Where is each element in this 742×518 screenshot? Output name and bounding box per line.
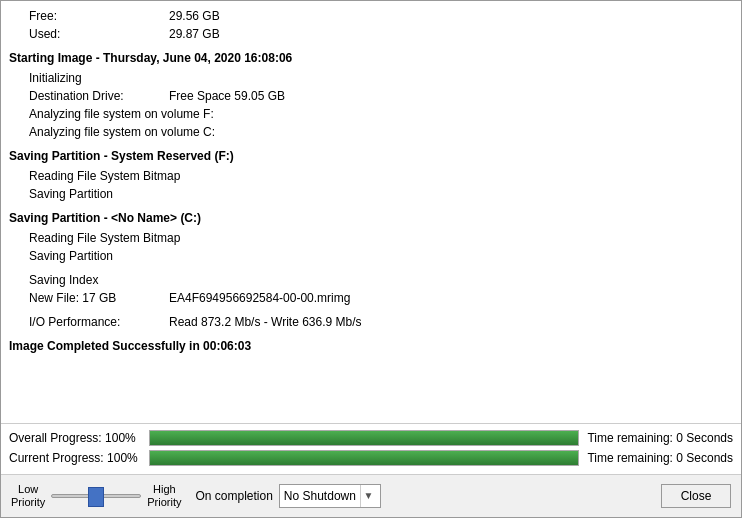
log-entry-destination: Destination Drive: Free Space 59.05 GB [9, 87, 733, 105]
log-free-label: Free: [29, 7, 169, 25]
log-entry-io: I/O Performance: Read 873.2 Mb/s - Write… [9, 313, 733, 331]
dropdown-arrow-icon: ▼ [360, 485, 376, 507]
log-io-value: Read 873.2 Mb/s - Write 636.9 Mb/s [169, 313, 362, 331]
shutdown-dropdown[interactable]: No Shutdown ▼ [279, 484, 381, 508]
toolbar: Low Priority High Priority On completion… [1, 474, 741, 517]
close-button[interactable]: Close [661, 484, 731, 508]
log-section-starting: Starting Image - Thursday, June 04, 2020… [9, 49, 733, 67]
current-progress-row: Current Progress: 100% Time remaining: 0… [9, 450, 733, 466]
log-newfile-value: EA4F694956692584-00-00.mrimg [169, 289, 350, 307]
shutdown-dropdown-value: No Shutdown [284, 489, 356, 503]
main-window: Free: 29.56 GB Used: 29.87 GB Starting I… [0, 0, 742, 518]
log-entry-used: Used: 29.87 GB [9, 25, 733, 43]
priority-slider-thumb[interactable] [88, 487, 104, 507]
current-progress-time: Time remaining: 0 Seconds [587, 451, 733, 465]
priority-slider-container [51, 494, 141, 498]
log-section-partition-c: Saving Partition - <No Name> (C:) [9, 209, 733, 227]
log-bitmap-c: Reading File System Bitmap [9, 229, 733, 247]
log-completion: Image Completed Successfully in 00:06:03 [9, 337, 733, 355]
log-used-value: 29.87 GB [169, 25, 220, 43]
log-saving-c: Saving Partition [9, 247, 733, 265]
log-used-label: Used: [29, 25, 169, 43]
log-entry-free: Free: 29.56 GB [9, 7, 733, 25]
log-newfile-label: New File: 17 GB [29, 289, 169, 307]
overall-progress-bar [149, 430, 579, 446]
progress-section: Overall Progress: 100% Time remaining: 0… [1, 424, 741, 474]
overall-progress-row: Overall Progress: 100% Time remaining: 0… [9, 430, 733, 446]
on-completion-label: On completion [195, 489, 272, 503]
high-priority-label: High Priority [147, 483, 181, 509]
log-analyzing-c: Analyzing file system on volume C: [9, 123, 733, 141]
log-initializing: Initializing [9, 69, 733, 87]
overall-progress-fill [150, 431, 578, 445]
overall-progress-time: Time remaining: 0 Seconds [587, 431, 733, 445]
log-entry-newfile: New File: 17 GB EA4F694956692584-00-00.m… [9, 289, 733, 307]
log-destination-value: Free Space 59.05 GB [169, 87, 285, 105]
log-bitmap-f: Reading File System Bitmap [9, 167, 733, 185]
low-priority-label: Low Priority [11, 483, 45, 509]
log-analyzing-f: Analyzing file system on volume F: [9, 105, 733, 123]
log-area[interactable]: Free: 29.56 GB Used: 29.87 GB Starting I… [1, 1, 741, 424]
current-progress-fill [150, 451, 578, 465]
log-saving-f: Saving Partition [9, 185, 733, 203]
overall-progress-label: Overall Progress: 100% [9, 431, 149, 445]
log-io-label: I/O Performance: [29, 313, 169, 331]
current-progress-bar [149, 450, 579, 466]
log-destination-label: Destination Drive: [29, 87, 169, 105]
current-progress-label: Current Progress: 100% [9, 451, 149, 465]
log-free-value: 29.56 GB [169, 7, 220, 25]
log-section-partition-f: Saving Partition - System Reserved (F:) [9, 147, 733, 165]
log-saving-index: Saving Index [9, 271, 733, 289]
priority-slider-track[interactable] [51, 494, 141, 498]
